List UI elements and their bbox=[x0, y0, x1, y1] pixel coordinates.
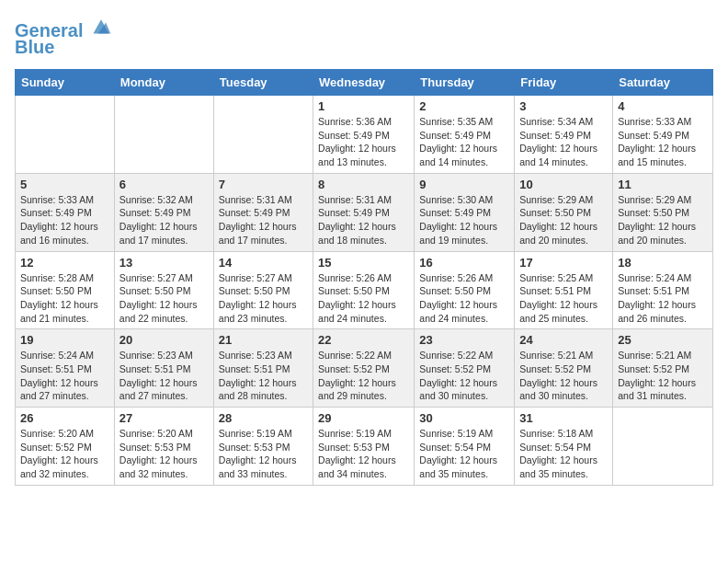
day-number: 19 bbox=[20, 333, 109, 347]
day-number: 18 bbox=[618, 256, 708, 270]
day-number: 13 bbox=[119, 256, 209, 270]
calendar-cell bbox=[213, 96, 313, 174]
day-number: 30 bbox=[419, 411, 509, 425]
day-info: Sunrise: 5:24 AM Sunset: 5:51 PM Dayligh… bbox=[618, 271, 708, 326]
calendar-cell: 30Sunrise: 5:19 AM Sunset: 5:54 PM Dayli… bbox=[415, 408, 515, 486]
calendar-week-row: 5Sunrise: 5:33 AM Sunset: 5:49 PM Daylig… bbox=[16, 173, 713, 251]
calendar-header-row: SundayMondayTuesdayWednesdayThursdayFrid… bbox=[16, 70, 713, 96]
calendar-cell: 6Sunrise: 5:32 AM Sunset: 5:49 PM Daylig… bbox=[114, 173, 213, 251]
day-info: Sunrise: 5:20 AM Sunset: 5:52 PM Dayligh… bbox=[20, 427, 109, 481]
calendar-cell: 16Sunrise: 5:26 AM Sunset: 5:50 PM Dayli… bbox=[415, 251, 515, 329]
day-info: Sunrise: 5:25 AM Sunset: 5:51 PM Dayligh… bbox=[519, 271, 608, 326]
calendar-cell: 28Sunrise: 5:19 AM Sunset: 5:53 PM Dayli… bbox=[213, 408, 313, 486]
day-info: Sunrise: 5:33 AM Sunset: 5:49 PM Dayligh… bbox=[20, 193, 109, 247]
calendar-cell: 17Sunrise: 5:25 AM Sunset: 5:51 PM Dayli… bbox=[515, 251, 613, 329]
calendar-week-row: 12Sunrise: 5:28 AM Sunset: 5:50 PM Dayli… bbox=[16, 251, 713, 329]
day-number: 2 bbox=[419, 99, 509, 113]
calendar-cell: 19Sunrise: 5:24 AM Sunset: 5:51 PM Dayli… bbox=[16, 329, 115, 408]
calendar-cell: 25Sunrise: 5:21 AM Sunset: 5:52 PM Dayli… bbox=[613, 329, 713, 408]
calendar-header-wednesday: Wednesday bbox=[313, 70, 415, 96]
calendar-cell: 23Sunrise: 5:22 AM Sunset: 5:52 PM Dayli… bbox=[415, 329, 515, 408]
day-number: 31 bbox=[519, 411, 608, 425]
day-number: 20 bbox=[119, 333, 209, 347]
day-info: Sunrise: 5:29 AM Sunset: 5:50 PM Dayligh… bbox=[519, 193, 608, 247]
day-number: 24 bbox=[519, 333, 608, 347]
day-number: 22 bbox=[318, 333, 409, 347]
day-info: Sunrise: 5:18 AM Sunset: 5:54 PM Dayligh… bbox=[519, 427, 608, 481]
day-number: 28 bbox=[219, 411, 308, 425]
calendar-cell: 2Sunrise: 5:35 AM Sunset: 5:49 PM Daylig… bbox=[415, 96, 515, 174]
calendar-cell: 9Sunrise: 5:30 AM Sunset: 5:49 PM Daylig… bbox=[415, 173, 515, 251]
calendar-cell: 27Sunrise: 5:20 AM Sunset: 5:53 PM Dayli… bbox=[114, 408, 213, 486]
day-number: 14 bbox=[219, 256, 308, 270]
day-info: Sunrise: 5:21 AM Sunset: 5:52 PM Dayligh… bbox=[519, 349, 608, 403]
calendar-cell: 15Sunrise: 5:26 AM Sunset: 5:50 PM Dayli… bbox=[313, 251, 415, 329]
calendar-cell: 11Sunrise: 5:29 AM Sunset: 5:50 PM Dayli… bbox=[613, 173, 713, 251]
calendar-week-row: 19Sunrise: 5:24 AM Sunset: 5:51 PM Dayli… bbox=[16, 329, 713, 408]
day-info: Sunrise: 5:24 AM Sunset: 5:51 PM Dayligh… bbox=[20, 349, 109, 403]
calendar-header-tuesday: Tuesday bbox=[213, 70, 313, 96]
day-number: 5 bbox=[20, 178, 109, 191]
calendar-table: SundayMondayTuesdayWednesdayThursdayFrid… bbox=[15, 69, 713, 486]
day-number: 6 bbox=[119, 178, 209, 191]
calendar-cell: 14Sunrise: 5:27 AM Sunset: 5:50 PM Dayli… bbox=[213, 251, 313, 329]
calendar-cell: 22Sunrise: 5:22 AM Sunset: 5:52 PM Dayli… bbox=[313, 329, 415, 408]
calendar-cell bbox=[16, 96, 115, 174]
calendar-cell: 20Sunrise: 5:23 AM Sunset: 5:51 PM Dayli… bbox=[114, 329, 213, 408]
day-info: Sunrise: 5:27 AM Sunset: 5:50 PM Dayligh… bbox=[219, 271, 308, 326]
calendar-week-row: 1Sunrise: 5:36 AM Sunset: 5:49 PM Daylig… bbox=[16, 96, 713, 174]
calendar-header-saturday: Saturday bbox=[613, 70, 713, 96]
day-info: Sunrise: 5:21 AM Sunset: 5:52 PM Dayligh… bbox=[618, 349, 708, 403]
day-number: 17 bbox=[519, 256, 608, 270]
calendar-cell: 4Sunrise: 5:33 AM Sunset: 5:49 PM Daylig… bbox=[613, 96, 713, 174]
calendar-cell: 26Sunrise: 5:20 AM Sunset: 5:52 PM Dayli… bbox=[16, 408, 115, 486]
day-number: 11 bbox=[618, 178, 708, 191]
day-number: 29 bbox=[318, 411, 409, 425]
day-info: Sunrise: 5:23 AM Sunset: 5:51 PM Dayligh… bbox=[219, 349, 308, 403]
day-info: Sunrise: 5:31 AM Sunset: 5:49 PM Dayligh… bbox=[219, 193, 308, 247]
logo-icon bbox=[90, 15, 112, 37]
calendar-cell: 8Sunrise: 5:31 AM Sunset: 5:49 PM Daylig… bbox=[313, 173, 415, 251]
day-number: 16 bbox=[419, 256, 509, 270]
day-info: Sunrise: 5:22 AM Sunset: 5:52 PM Dayligh… bbox=[318, 349, 409, 403]
calendar-week-row: 26Sunrise: 5:20 AM Sunset: 5:52 PM Dayli… bbox=[16, 408, 713, 486]
calendar-header-monday: Monday bbox=[114, 70, 213, 96]
day-number: 21 bbox=[219, 333, 308, 347]
day-number: 23 bbox=[419, 333, 509, 347]
day-info: Sunrise: 5:23 AM Sunset: 5:51 PM Dayligh… bbox=[119, 349, 209, 403]
day-number: 15 bbox=[318, 256, 409, 270]
day-info: Sunrise: 5:29 AM Sunset: 5:50 PM Dayligh… bbox=[618, 193, 708, 247]
calendar-cell: 18Sunrise: 5:24 AM Sunset: 5:51 PM Dayli… bbox=[613, 251, 713, 329]
calendar-cell: 21Sunrise: 5:23 AM Sunset: 5:51 PM Dayli… bbox=[213, 329, 313, 408]
day-info: Sunrise: 5:31 AM Sunset: 5:49 PM Dayligh… bbox=[318, 193, 409, 247]
day-number: 10 bbox=[519, 178, 608, 191]
calendar-cell: 10Sunrise: 5:29 AM Sunset: 5:50 PM Dayli… bbox=[515, 173, 613, 251]
calendar-cell: 12Sunrise: 5:28 AM Sunset: 5:50 PM Dayli… bbox=[16, 251, 115, 329]
day-number: 9 bbox=[419, 178, 509, 191]
day-number: 7 bbox=[219, 178, 308, 191]
calendar-cell: 29Sunrise: 5:19 AM Sunset: 5:53 PM Dayli… bbox=[313, 408, 415, 486]
day-number: 27 bbox=[119, 411, 209, 425]
calendar-header-thursday: Thursday bbox=[415, 70, 515, 96]
day-info: Sunrise: 5:28 AM Sunset: 5:50 PM Dayligh… bbox=[20, 271, 109, 326]
day-number: 25 bbox=[618, 333, 708, 347]
day-info: Sunrise: 5:32 AM Sunset: 5:49 PM Dayligh… bbox=[119, 193, 209, 247]
calendar-cell: 5Sunrise: 5:33 AM Sunset: 5:49 PM Daylig… bbox=[16, 173, 115, 251]
day-info: Sunrise: 5:35 AM Sunset: 5:49 PM Dayligh… bbox=[419, 115, 509, 169]
calendar-cell bbox=[114, 96, 213, 174]
day-info: Sunrise: 5:33 AM Sunset: 5:49 PM Dayligh… bbox=[618, 115, 708, 169]
day-info: Sunrise: 5:19 AM Sunset: 5:54 PM Dayligh… bbox=[419, 427, 509, 481]
calendar-cell: 1Sunrise: 5:36 AM Sunset: 5:49 PM Daylig… bbox=[313, 96, 415, 174]
calendar-header-friday: Friday bbox=[515, 70, 613, 96]
day-info: Sunrise: 5:30 AM Sunset: 5:49 PM Dayligh… bbox=[419, 193, 509, 247]
day-info: Sunrise: 5:26 AM Sunset: 5:50 PM Dayligh… bbox=[419, 271, 509, 326]
day-number: 3 bbox=[519, 99, 608, 113]
day-info: Sunrise: 5:19 AM Sunset: 5:53 PM Dayligh… bbox=[219, 427, 308, 481]
day-info: Sunrise: 5:26 AM Sunset: 5:50 PM Dayligh… bbox=[318, 271, 409, 326]
calendar-header-sunday: Sunday bbox=[16, 70, 115, 96]
day-info: Sunrise: 5:19 AM Sunset: 5:53 PM Dayligh… bbox=[318, 427, 409, 481]
day-number: 1 bbox=[318, 99, 409, 113]
calendar-cell: 7Sunrise: 5:31 AM Sunset: 5:49 PM Daylig… bbox=[213, 173, 313, 251]
page-header: General Blue bbox=[15, 15, 713, 58]
calendar-cell bbox=[613, 408, 713, 486]
